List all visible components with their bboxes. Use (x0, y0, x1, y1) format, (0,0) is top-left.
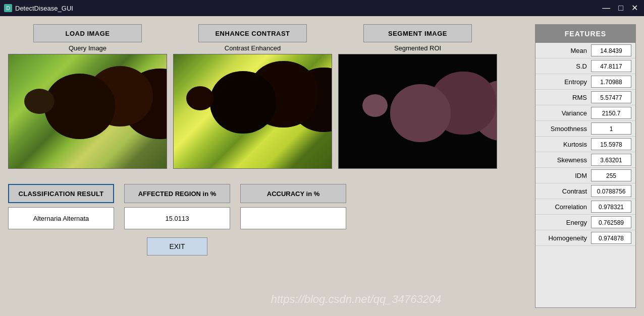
feature-value: 47.8117 (591, 60, 631, 72)
feature-label: Energy (540, 219, 591, 226)
affected-region-button[interactable]: AFFECTED REGION in % (124, 184, 230, 203)
query-image-visual (9, 54, 167, 168)
accuracy-section: ACCURACY in % (240, 184, 346, 229)
feature-row: Kurtosis15.5978 (535, 137, 635, 152)
feature-value: 1 (591, 122, 631, 135)
feature-value: 255 (591, 169, 631, 181)
features-list: Mean14.8439S.D47.8117Entropy1.70988RMS5.… (535, 43, 635, 246)
feature-label: Kurtosis (540, 141, 591, 148)
affected-region-value-display: 15.0113 (124, 207, 230, 229)
segment-image-display (338, 54, 497, 169)
accuracy-button[interactable]: ACCURACY in % (240, 184, 346, 203)
feature-label: Smoothness (540, 125, 591, 133)
maximize-button[interactable]: □ (616, 4, 625, 12)
affected-region-value-text: 15.0113 (166, 215, 189, 222)
segment-image-visual (339, 54, 497, 168)
app-title: DetectDisease_GUI (15, 5, 73, 12)
feature-value: 15.5978 (591, 138, 631, 150)
feature-row: Correlation0.978321 (535, 199, 635, 215)
features-header: FEATURES (535, 25, 635, 43)
minimize-button[interactable]: — (600, 4, 612, 12)
feature-label: RMS (540, 94, 591, 101)
feature-row: Contrast0.0788756 (535, 183, 635, 199)
feature-row: RMS5.57477 (535, 90, 635, 105)
segment-image-button[interactable]: SEGMENT IMAGE (363, 24, 472, 42)
feature-row: Entropy1.70988 (535, 74, 635, 90)
feature-value: 5.57477 (591, 91, 631, 103)
app-icon: D (4, 4, 12, 12)
classification-value-text: Alternaria Alternata (33, 215, 89, 222)
feature-label: Mean (540, 47, 591, 54)
feature-row: Energy0.762589 (535, 215, 635, 230)
feature-label: S.D (540, 62, 591, 70)
feature-label: Entropy (540, 78, 591, 86)
enhance-contrast-button[interactable]: ENHANCE CONTRAST (198, 24, 307, 42)
contrast-image-label: Contrast Enhanced (225, 44, 281, 52)
contrast-image-display (173, 54, 332, 169)
contrast-image-visual (174, 54, 332, 168)
feature-value: 0.974878 (591, 232, 631, 244)
load-image-button[interactable]: LOAD IMAGE (33, 24, 142, 42)
contrast-image-section: ENHANCE CONTRAST Contrast Enhanced (173, 24, 332, 169)
feature-row: Homogeneity0.974878 (535, 230, 635, 246)
feature-label: IDM (540, 172, 591, 179)
feature-value: 1.70988 (591, 76, 631, 88)
feature-row: S.D47.8117 (535, 58, 635, 74)
segment-image-label: Segmented ROI (394, 44, 441, 52)
main-content: LOAD IMAGE Query Image ENHANCE CONTRAST … (0, 16, 644, 316)
title-bar: D DetectDisease_GUI — □ ✕ (0, 0, 644, 16)
classification-value-display: Alternaria Alternata (8, 207, 114, 229)
feature-row: Mean14.8439 (535, 43, 635, 58)
image-row: LOAD IMAGE Query Image ENHANCE CONTRAST … (8, 24, 529, 169)
feature-row: Skewness3.63201 (535, 152, 635, 168)
feature-label: Contrast (540, 187, 591, 195)
window-controls: — □ ✕ (600, 4, 640, 12)
exit-button[interactable]: EXIT (147, 237, 207, 256)
bottom-row: CLASSIFICATION RESULT Alternaria Alterna… (8, 184, 529, 256)
feature-value: 0.978321 (591, 201, 631, 213)
accuracy-value-display (240, 207, 346, 229)
feature-label: Skewness (540, 156, 591, 164)
feature-row: Variance2150.7 (535, 105, 635, 121)
close-button[interactable]: ✕ (629, 4, 640, 12)
feature-label: Variance (540, 109, 591, 117)
left-panel: LOAD IMAGE Query Image ENHANCE CONTRAST … (8, 24, 529, 308)
query-image-section: LOAD IMAGE Query Image (8, 24, 167, 169)
feature-label: Homogeneity (540, 234, 591, 242)
classification-section: CLASSIFICATION RESULT Alternaria Alterna… (8, 184, 114, 229)
classification-result-button[interactable]: CLASSIFICATION RESULT (8, 184, 114, 203)
feature-value: 0.0788756 (591, 185, 631, 197)
feature-label: Correlation (540, 203, 591, 211)
query-image-display (8, 54, 167, 169)
feature-row: IDM255 (535, 168, 635, 183)
feature-value: 0.762589 (591, 216, 631, 228)
features-panel: FEATURES Mean14.8439S.D47.8117Entropy1.7… (535, 24, 636, 308)
feature-row: Smoothness1 (535, 121, 635, 137)
feature-value: 14.8439 (591, 44, 631, 56)
query-image-label: Query Image (69, 44, 106, 52)
segment-image-section: SEGMENT IMAGE Segmented ROI (338, 24, 497, 169)
title-bar-left: D DetectDisease_GUI (4, 4, 73, 12)
affected-region-section: AFFECTED REGION in % 15.0113 EXIT (124, 184, 230, 256)
feature-value: 3.63201 (591, 154, 631, 166)
feature-value: 2150.7 (591, 107, 631, 119)
